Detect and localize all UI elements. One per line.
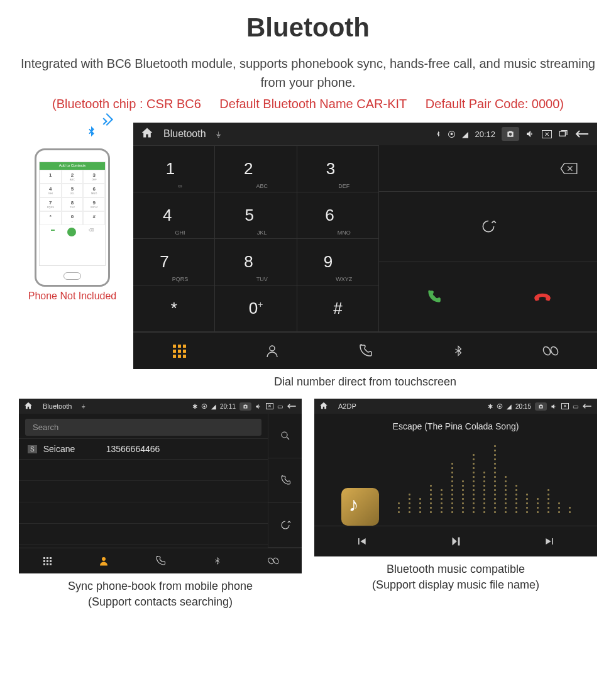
nav-bluetooth[interactable] [412, 333, 505, 369]
dialpad-key-2[interactable]: 2ABC [215, 146, 297, 192]
usb-icon: ⏚ [216, 130, 221, 138]
hangup-button[interactable] [488, 289, 597, 305]
nav-contacts[interactable] [75, 548, 132, 573]
recents-icon[interactable]: ▭ [277, 403, 283, 410]
dialpad-key-7[interactable]: 7PQRS [133, 239, 215, 285]
phone-header-bar: Add to Contacts [40, 162, 105, 170]
viz-column [409, 494, 410, 513]
viz-bars [398, 438, 571, 513]
contact-row-empty [19, 524, 268, 545]
nav-pair[interactable] [245, 548, 302, 573]
search-input[interactable]: Search [25, 419, 261, 436]
viz-column [398, 502, 400, 513]
bluetooth-status-icon: ✱ [488, 403, 493, 410]
back-icon[interactable] [287, 403, 297, 409]
contact-name: Seicane [43, 444, 106, 454]
nav-bluetooth[interactable] [189, 548, 245, 573]
dialpad-key-5[interactable]: 5JKL [215, 192, 297, 239]
recents-icon[interactable] [558, 129, 568, 139]
location-icon: ⦿ [448, 130, 456, 139]
call-button[interactable] [379, 289, 488, 305]
topbar-title: Bluetooth [163, 128, 206, 140]
svg-point-1 [270, 346, 275, 351]
phone-not-included-label: Phone Not Included [19, 290, 126, 302]
close-icon[interactable]: ✕ [542, 130, 552, 138]
location-icon: ⦿ [201, 403, 207, 410]
camera-button[interactable] [535, 402, 547, 411]
svg-point-2 [542, 345, 552, 356]
volume-icon[interactable] [255, 403, 262, 410]
viz-column [558, 502, 560, 513]
dialpad-key-4[interactable]: 4GHI [133, 192, 215, 239]
viz-column [419, 498, 421, 513]
nav-dialpad[interactable] [19, 548, 75, 573]
phonebook-caption: Sync phone-book from mobile phone (Suppo… [19, 578, 302, 610]
side-search-button[interactable] [268, 414, 302, 458]
viz-column [515, 485, 517, 513]
volume-icon[interactable] [551, 403, 558, 410]
nav-calllog[interactable] [319, 333, 412, 369]
back-icon[interactable] [575, 130, 590, 138]
play-pause-button[interactable] [409, 526, 503, 556]
close-icon[interactable]: ✕ [266, 403, 273, 409]
bluetooth-status-icon: ✱ [192, 403, 197, 410]
phone-key: 7PQRS [40, 197, 62, 211]
backspace-button[interactable] [379, 145, 597, 192]
recents-icon[interactable]: ▭ [573, 403, 578, 410]
dialpad-key-0[interactable]: 0+ [215, 285, 297, 332]
music-topbar: A2DP ✱ ⦿ ◢ 20:15 ✕ ▭ [314, 399, 597, 414]
nav-contacts[interactable] [226, 333, 319, 369]
viz-column [473, 454, 475, 513]
phone-mockup-column: Add to Contacts 12ABC3DEF4GHI5JKL6MNO7PQ… [19, 123, 126, 302]
back-icon[interactable] [582, 403, 592, 409]
dialpad-key-#[interactable]: # [297, 285, 379, 332]
phonebook-bottom-nav [19, 548, 302, 573]
phone-key: * [40, 211, 62, 225]
smartphone-mockup: Add to Contacts 12ABC3DEF4GHI5JKL6MNO7PQ… [35, 148, 110, 287]
nav-dialpad[interactable] [133, 333, 226, 369]
nav-calllog[interactable] [132, 548, 189, 573]
topbar-title: Bluetooth [43, 402, 72, 410]
bluetooth-signal-icon [85, 123, 97, 145]
viz-column [441, 489, 443, 513]
dialpad-key-6[interactable]: 6MNO [297, 192, 379, 239]
side-sync-button[interactable] [268, 503, 302, 548]
dialer-screen: Bluetooth ⏚ ⦿ ◢ 20:12 ✕ [133, 123, 597, 369]
dialpad-key-8[interactable]: 8TUV [215, 239, 297, 285]
svg-point-6 [267, 557, 274, 565]
nav-pair[interactable] [504, 333, 597, 369]
contact-row-empty [19, 481, 268, 502]
viz-column [537, 498, 539, 513]
spec-btname: Default Bluetooth Name CAR-KIT [219, 97, 407, 111]
specs-row: (Bluetooth chip : CSR BC6 Default Blueto… [19, 97, 597, 111]
dialpad-key-9[interactable]: 9WXYZ [297, 239, 379, 285]
bluetooth-status-icon [435, 130, 441, 138]
contact-initial-badge: S [28, 445, 37, 453]
redial-button[interactable] [379, 192, 597, 262]
phone-key: 8TUV [62, 197, 84, 211]
camera-button[interactable] [239, 402, 251, 411]
viz-column [430, 485, 432, 513]
contact-list: S Seicane 13566664466 [19, 438, 268, 548]
home-icon[interactable] [24, 401, 33, 411]
phone-key: 3DEF [83, 170, 105, 184]
contact-phone: 13566664466 [106, 444, 160, 454]
home-icon[interactable] [141, 126, 153, 141]
contact-row-empty [19, 460, 268, 481]
usb-icon: ⏚ [82, 403, 85, 409]
clock-time: 20:11 [220, 403, 236, 410]
close-icon[interactable]: ✕ [561, 403, 569, 409]
dialpad-key-1[interactable]: 1∞ [133, 146, 215, 192]
camera-button[interactable] [502, 127, 519, 141]
next-track-button[interactable] [503, 526, 597, 556]
prev-track-button[interactable] [314, 526, 409, 556]
music-visualizer [341, 438, 571, 526]
volume-icon[interactable] [525, 129, 536, 139]
dialpad-key-3[interactable]: 3DEF [297, 146, 379, 192]
home-icon[interactable] [319, 401, 328, 411]
contact-row[interactable]: S Seicane 13566664466 [19, 439, 268, 460]
dialpad-key-*[interactable]: * [133, 285, 215, 332]
viz-column [483, 472, 485, 513]
phonebook-topbar: Bluetooth ⏚ ✱ ⦿ ◢ 20:11 ✕ ▭ [19, 399, 302, 414]
side-call-button[interactable] [268, 458, 302, 503]
